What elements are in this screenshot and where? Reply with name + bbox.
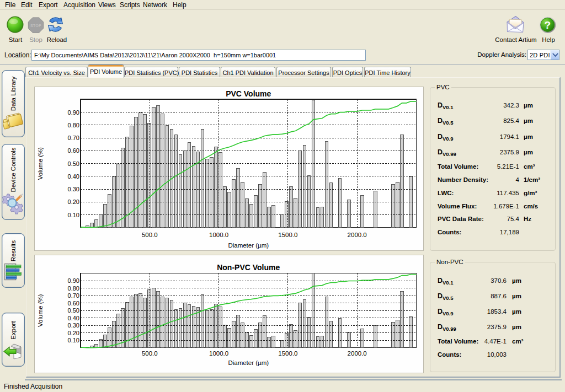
svg-text:0.90: 0.90 [68, 277, 79, 284]
svg-text:Non-PVC Volume: Non-PVC Volume [217, 263, 280, 272]
svg-text:1500.0: 1500.0 [278, 350, 297, 357]
svg-text:1000.0: 1000.0 [209, 350, 228, 357]
svg-text:0.10: 0.10 [68, 212, 79, 218]
svg-text:0.30: 0.30 [68, 322, 79, 329]
svg-text:0.20: 0.20 [68, 330, 79, 336]
svg-text:500.0: 500.0 [142, 350, 158, 357]
svg-text:0.10: 0.10 [68, 337, 79, 343]
svg-text:PVC Volume: PVC Volume [226, 89, 271, 98]
svg-text:0.20: 0.20 [68, 198, 79, 205]
svg-text:2000.0: 2000.0 [348, 350, 367, 357]
svg-text:0.50: 0.50 [68, 160, 79, 167]
svg-text:500.0: 500.0 [142, 232, 158, 238]
svg-text:STOP: STOP [30, 23, 41, 28]
svg-text:0.70: 0.70 [68, 135, 79, 141]
svg-text:Diameter (µm): Diameter (µm) [228, 359, 269, 366]
svg-text:0.80: 0.80 [68, 285, 79, 292]
svg-text:0.40: 0.40 [68, 173, 79, 180]
svg-text:Diameter (µm): Diameter (µm) [228, 242, 269, 249]
svg-text:0.40: 0.40 [68, 315, 79, 321]
svg-text:0.90: 0.90 [68, 109, 79, 116]
svg-text:Volume (%): Volume (%) [37, 147, 44, 180]
svg-text:0.50: 0.50 [68, 307, 79, 314]
svg-text:Volume (%): Volume (%) [37, 294, 44, 327]
svg-text:1000.0: 1000.0 [209, 232, 228, 238]
svg-text:1500.0: 1500.0 [278, 232, 297, 238]
svg-text:?: ? [545, 19, 551, 31]
svg-text:0.60: 0.60 [68, 147, 79, 154]
svg-text:0.80: 0.80 [68, 122, 79, 128]
svg-text:0.60: 0.60 [68, 300, 79, 307]
svg-text:0.70: 0.70 [68, 292, 79, 299]
svg-text:2000.0: 2000.0 [348, 232, 367, 238]
svg-text:0.30: 0.30 [68, 186, 79, 192]
